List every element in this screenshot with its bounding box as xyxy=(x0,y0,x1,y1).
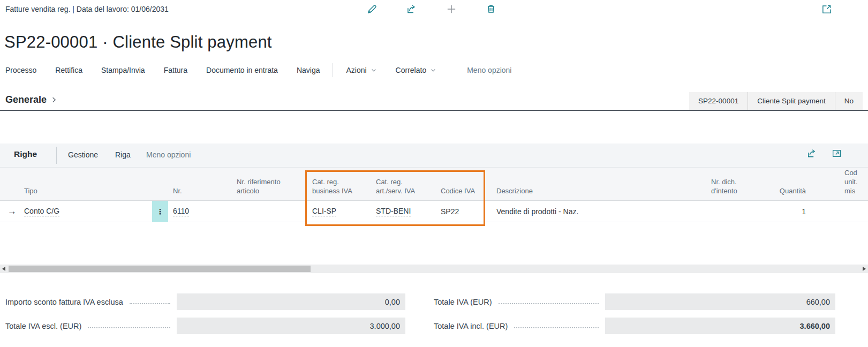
menu-correlato[interactable]: Correlato xyxy=(396,66,437,74)
cell-codice-iva[interactable]: SP22 xyxy=(441,201,459,222)
menu-processo[interactable]: Processo xyxy=(5,66,36,74)
col-cat-reg-art-serv-iva[interactable]: Cat. reg. art./serv. IVA xyxy=(376,177,429,195)
lines-menu-meno-opzioni[interactable]: Meno opzioni xyxy=(146,150,191,159)
menu-meno-opzioni[interactable]: Meno opzioni xyxy=(467,66,511,74)
page: Fatture vendita reg. | Data del lavoro: … xyxy=(0,0,868,347)
total-incl-vat: Totale IVA incl. (EUR) 3.660,00 xyxy=(434,318,835,334)
chevron-down-icon xyxy=(430,67,436,73)
cell-vat-prod-link[interactable]: STD-BENI xyxy=(376,207,411,216)
total-value: 660,00 xyxy=(605,293,835,310)
fasttab-generale-label: Generale xyxy=(5,94,47,105)
dotted-leader xyxy=(514,327,599,328)
summary-flag[interactable]: No xyxy=(835,92,863,110)
cell-cat-reg-business-iva[interactable]: CLI-SP xyxy=(312,201,336,222)
delete-icon[interactable] xyxy=(485,3,497,17)
menu-documento-in-entrata[interactable]: Documento in entrata xyxy=(206,66,278,74)
col-tipo[interactable]: Tipo xyxy=(24,186,83,195)
open-in-new-window-icon[interactable] xyxy=(821,3,833,17)
total-label: Importo sconto fattura IVA esclusa xyxy=(5,298,123,306)
focus-mode-icon[interactable] xyxy=(831,148,842,159)
cell-tipo[interactable]: Conto C/G xyxy=(24,201,59,222)
col-nr-riferimento-articolo[interactable]: Nr. riferimento articolo xyxy=(237,177,286,195)
summary-document-no[interactable]: SP22-00001 xyxy=(689,92,748,110)
menu-naviga[interactable]: Naviga xyxy=(297,66,320,74)
share-icon[interactable] xyxy=(405,3,417,17)
horizontal-scrollbar[interactable] xyxy=(0,265,868,273)
dotted-leader xyxy=(130,303,170,304)
menu-correlato-label: Correlato xyxy=(396,66,427,74)
generale-summary: SP22-00001 Cliente Split payment No xyxy=(689,92,863,110)
menu-azioni[interactable]: Azioni xyxy=(346,66,376,74)
lines-caption[interactable]: Righe xyxy=(14,149,37,159)
menu-azioni-label: Azioni xyxy=(346,66,366,74)
lines-grid-header: Tipo Nr. Nr. riferimento articolo Cat. r… xyxy=(0,167,868,201)
ellipsis-vertical-icon: ⋮ xyxy=(156,210,164,213)
table-row: → Conto C/G ⋮ 6110 CLI-SP STD-BENI SP22 … xyxy=(0,201,868,222)
cell-tipo-link[interactable]: Conto C/G xyxy=(24,207,59,216)
total-label: Totale IVA incl. (EUR) xyxy=(434,322,508,330)
scrollbar-thumb[interactable] xyxy=(9,266,311,272)
summary-customer-name[interactable]: Cliente Split payment xyxy=(748,92,835,110)
col-descrizione[interactable]: Descrizione xyxy=(496,186,614,195)
col-nr[interactable]: Nr. xyxy=(173,186,205,195)
cell-descrizione[interactable]: Vendite di prodotti - Naz. xyxy=(496,201,578,222)
menu-rettifica[interactable]: Rettifica xyxy=(55,66,82,74)
ribbon-divider xyxy=(333,63,333,77)
cell-cat-reg-art-serv-iva[interactable]: STD-BENI xyxy=(376,201,411,222)
total-label: Totale IVA (EUR) xyxy=(434,298,492,306)
active-row-arrow-icon: → xyxy=(7,201,17,222)
page-title: SP22-00001 · Cliente Split payment xyxy=(4,33,272,52)
cell-nr[interactable]: 6110 xyxy=(173,201,189,222)
lines-header-divider xyxy=(56,147,57,164)
lines-menu-gestione[interactable]: Gestione xyxy=(68,150,98,159)
fasttab-generale[interactable]: Generale xyxy=(5,94,58,105)
total-vat: Totale IVA (EUR) 660,00 xyxy=(434,293,835,310)
total-invoice-discount: Importo sconto fattura IVA esclusa 0,00 xyxy=(5,293,405,310)
total-label: Totale IVA escl. (EUR) xyxy=(5,322,81,330)
lines-menu-riga[interactable]: Riga xyxy=(115,150,131,159)
total-value: 3.000,00 xyxy=(177,318,405,334)
col-cat-reg-business-iva[interactable]: Cat. reg. business IVA xyxy=(312,177,364,195)
chevron-down-icon xyxy=(371,67,377,73)
dotted-leader xyxy=(88,327,170,328)
row-ellipsis-menu[interactable]: ⋮ xyxy=(152,201,168,222)
page-context-caption[interactable]: Fatture vendita reg. | Data del lavoro: … xyxy=(5,5,169,13)
cell-nr-link[interactable]: 6110 xyxy=(173,207,189,216)
col-quantita[interactable]: Quantità xyxy=(744,186,806,195)
new-icon[interactable] xyxy=(446,3,457,17)
menu-fattura[interactable]: Fattura xyxy=(164,66,187,74)
total-excl-vat: Totale IVA escl. (EUR) 3.000,00 xyxy=(5,318,405,334)
menu-stampa-invia[interactable]: Stampa/Invia xyxy=(101,66,145,74)
chevron-right-icon xyxy=(50,96,58,104)
scroll-left-arrow-icon[interactable] xyxy=(2,267,5,271)
total-value: 3.660,00 xyxy=(605,318,835,334)
generale-divider xyxy=(0,110,868,111)
cell-quantita[interactable]: 1 xyxy=(744,201,806,222)
cell-vat-bus-link[interactable]: CLI-SP xyxy=(312,207,336,216)
action-bar: Processo Rettifica Stampa/Invia Fattura … xyxy=(5,63,511,77)
dotted-leader xyxy=(499,303,599,304)
share-icon[interactable] xyxy=(806,148,817,159)
total-value: 0,00 xyxy=(177,293,405,310)
col-cod-unita-misura[interactable]: Cod unit. mis xyxy=(844,168,868,195)
scroll-right-arrow-icon[interactable] xyxy=(863,267,866,271)
col-codice-iva[interactable]: Codice IVA xyxy=(441,186,484,195)
edit-icon[interactable] xyxy=(366,3,378,17)
